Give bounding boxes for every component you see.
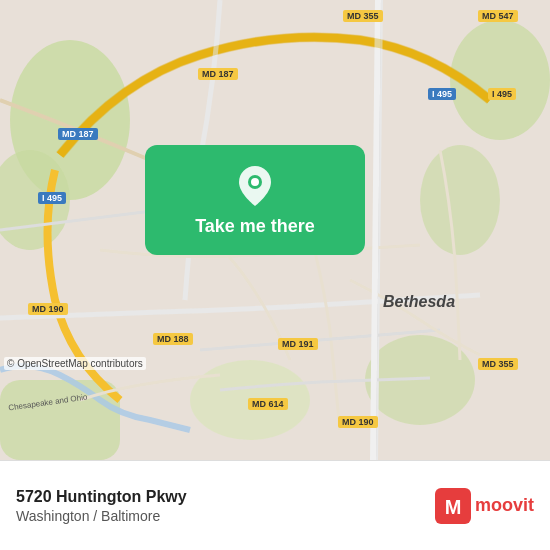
map-attribution: © OpenStreetMap contributors [4, 357, 146, 370]
road-label-md191: MD 191 [278, 338, 318, 350]
road-label-i495-ne: I 495 [428, 88, 456, 100]
road-label-md185: I 495 [488, 88, 516, 100]
button-label: Take me there [195, 216, 315, 237]
road-label-md187: MD 187 [198, 68, 238, 80]
svg-point-9 [251, 178, 259, 186]
location-pin-icon [237, 164, 273, 208]
road-label-md355-n: MD 355 [343, 10, 383, 22]
svg-point-4 [420, 145, 500, 255]
bethesda-label: Bethesda [383, 293, 455, 311]
road-label-i495-e: I 495 [38, 192, 66, 204]
moovit-text: moovit [475, 495, 534, 516]
take-me-there-button[interactable]: Take me there [145, 145, 365, 255]
road-label-md614: MD 614 [248, 398, 288, 410]
road-label-md190-w: MD 190 [28, 303, 68, 315]
address-city: Washington / Baltimore [16, 508, 435, 524]
info-bar: 5720 Huntington Pkwy Washington / Baltim… [0, 460, 550, 550]
road-label-md355-s: MD 355 [478, 358, 518, 370]
address-street: 5720 Huntington Pkwy [16, 488, 435, 506]
map-container: MD 187 I 495 I 495 MD 355 MD 355 MD 547 … [0, 0, 550, 550]
road-label-i495-w: MD 187 [58, 128, 98, 140]
svg-text:M: M [445, 496, 462, 518]
address-block: 5720 Huntington Pkwy Washington / Baltim… [16, 488, 435, 524]
moovit-logo: M moovit [435, 488, 534, 524]
road-label-md190-s: MD 190 [338, 416, 378, 428]
road-label-md547: MD 547 [478, 10, 518, 22]
moovit-logo-icon: M [435, 488, 471, 524]
road-label-md188: MD 188 [153, 333, 193, 345]
